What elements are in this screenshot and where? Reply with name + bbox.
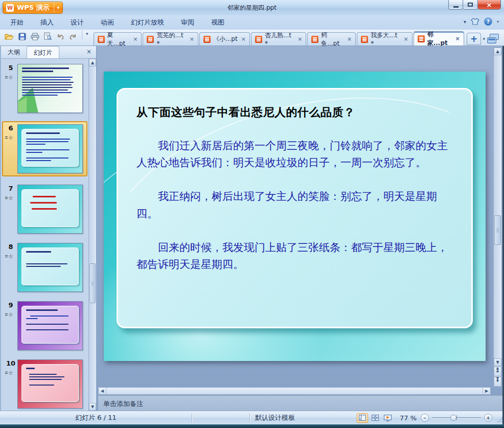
menu-animation[interactable]: 动画 — [101, 18, 114, 27]
slides-tab[interactable]: 幻灯片 — [27, 46, 59, 58]
design-template-name: 默认设计模板 — [250, 413, 295, 422]
help-caret-icon[interactable]: ▾ — [497, 19, 499, 24]
slide-paragraph-3[interactable]: 回来的时候，我发现门上贴了三张纸条：都写于星期三晚上，都告诉明天是星期四。 — [136, 239, 457, 273]
vertical-scrollbar[interactable]: ▲ ▼ ▲ ▲ ▼ ▼ — [493, 47, 502, 387]
collapse-ribbon-icon[interactable]: ▾ — [464, 19, 466, 25]
thumbnail-content-box — [21, 306, 79, 344]
thumbnail-content-box — [21, 364, 79, 402]
maximize-button[interactable] — [463, 0, 478, 10]
scroll-up-icon[interactable]: ▲ — [494, 48, 501, 55]
panel-scroll-thumb[interactable] — [89, 263, 96, 303]
tab-close-icon[interactable]: × — [403, 36, 408, 42]
thumbnail-image — [17, 301, 83, 350]
slide-thumbnail-6-selected[interactable]: 6 ☆ — [2, 121, 87, 176]
panel-scrollbar[interactable]: ▲ ▼ — [88, 59, 96, 411]
doc-tab-active[interactable]: 邻家...pt × — [414, 31, 464, 46]
menu-insert[interactable]: 插入 — [40, 18, 54, 27]
slide-number: 8 — [4, 243, 17, 251]
zoom-slider[interactable] — [432, 414, 481, 422]
help-icon[interactable]: ? — [484, 17, 492, 26]
menu-review[interactable]: 审阅 — [181, 18, 194, 27]
doc-tab-1[interactable]: 夏天...pt × — [94, 32, 142, 46]
scroll-down-icon[interactable]: ▼ — [494, 358, 501, 366]
zoom-in-button[interactable]: + — [484, 414, 492, 422]
menu-design[interactable]: 设计 — [71, 18, 84, 27]
slide-content-box[interactable]: 从下面这些句子中看出悉尼人的什么品质？ 我们迁入新居后的第一个周三夜晚，门铃就响… — [117, 88, 473, 328]
slide-thumbnail-7[interactable]: 7 ☆ — [3, 184, 87, 235]
doc-tab-label: 鳄鱼...pt — [321, 31, 343, 48]
next-slide-button[interactable]: ▼ ▼ — [494, 377, 501, 387]
ppt-file-icon — [203, 36, 211, 43]
menu-home[interactable]: 开始 — [10, 18, 24, 27]
zoom-slider-thumb[interactable] — [450, 415, 456, 421]
slide-thumbnail-10[interactable]: 10 ☆ — [3, 358, 87, 410]
slide-number-column: 8 ☆ — [4, 243, 17, 292]
redo-icon[interactable] — [68, 31, 78, 41]
toolbar-options-caret-icon[interactable]: ▾ — [86, 31, 90, 41]
scroll-right-icon[interactable]: ▶ — [483, 388, 490, 394]
save-icon[interactable] — [17, 31, 27, 41]
animation-star-icon: ☆ — [8, 134, 13, 141]
previous-slide-button[interactable]: ▲ ▲ — [494, 367, 501, 376]
tab-close-icon[interactable]: × — [189, 36, 194, 42]
thumbnail-image — [17, 359, 83, 409]
switch-windows-button[interactable] — [487, 33, 500, 43]
tab-list-caret-icon[interactable]: ▾ — [481, 36, 487, 46]
tab-close-icon[interactable]: × — [240, 36, 246, 42]
outline-tab[interactable]: 大纲 — [1, 46, 27, 58]
status-bar: 幻灯片 6 / 11 默认设计模板 77 % – + — [0, 411, 504, 424]
slide-paragraph-1[interactable]: 我们迁入新居后的第一个周三夜晚，门铃就响了，邻家的女主人热心地告诉我们：明天是收… — [136, 138, 457, 171]
print-icon[interactable] — [30, 31, 40, 41]
slide-sorter-button[interactable] — [370, 413, 381, 423]
doc-tab-6[interactable]: 我多大...t * × — [357, 32, 412, 46]
open-document-tabs: 夏天...pt × 荒芜的...t * × 《小...pt × 杏儿熟...t … — [94, 31, 487, 46]
close-button[interactable]: × — [478, 0, 501, 10]
menubar-right-tools: ▾ ? ▾ — [464, 17, 499, 26]
ppt-file-icon — [147, 36, 154, 43]
tab-close-icon[interactable]: × — [346, 36, 352, 42]
notes-panel[interactable]: 单击添加备注 — [98, 395, 504, 411]
menu-slideshow[interactable]: 幻灯片放映 — [131, 18, 164, 27]
zoom-out-button[interactable]: – — [421, 414, 429, 422]
tab-close-icon[interactable]: × — [454, 35, 460, 42]
horizontal-scrollbar[interactable]: ◀ ▶ — [98, 387, 491, 395]
panel-scroll-down-icon[interactable]: ▼ — [89, 403, 96, 411]
slides-panel: 大纲 幻灯片 × 5 ☆ — [0, 46, 97, 411]
minimize-button[interactable] — [448, 0, 463, 10]
menu-view[interactable]: 视图 — [211, 18, 224, 27]
tab-close-icon[interactable]: × — [296, 36, 302, 42]
undo-icon[interactable] — [55, 31, 65, 41]
slide-title[interactable]: 从下面这些句子中看出悉尼人的什么品质？ — [136, 105, 457, 120]
new-tab-button[interactable]: + — [467, 33, 482, 45]
minimize-icon — [453, 6, 459, 8]
doc-tab-4[interactable]: 杏儿熟...t * × — [251, 32, 306, 46]
print-preview-icon[interactable] — [42, 31, 53, 41]
slide-canvas[interactable]: 从下面这些句子中看出悉尼人的什么品质？ 我们迁入新居后的第一个周三夜晚，门铃就响… — [104, 72, 486, 361]
slide-paragraph-2[interactable]: 我正纳闷，树后出现了女主人的笑脸：别忘了，明天是星期四。 — [136, 188, 457, 222]
skin-tshirt-icon[interactable] — [471, 18, 479, 25]
panel-close-icon[interactable]: × — [82, 46, 96, 58]
normal-view-button[interactable] — [357, 413, 368, 423]
tab-close-icon[interactable]: × — [132, 36, 138, 42]
slide-thumbnail-9[interactable]: 9 ☆ — [3, 300, 87, 351]
view-mode-buttons — [357, 413, 394, 423]
thumbnail-text-lines — [22, 248, 78, 285]
slide-thumbnail-5[interactable]: 5 ☆ — [3, 63, 87, 114]
scroll-left-icon[interactable]: ◀ — [99, 388, 106, 394]
animation-star-icon: ☆ — [8, 311, 13, 318]
slide-number: 7 — [4, 185, 17, 192]
panel-scroll-up-icon[interactable]: ▲ — [89, 59, 96, 66]
doc-tab-5[interactable]: 鳄鱼...pt × — [307, 32, 356, 46]
ppt-file-icon — [311, 36, 318, 43]
scroll-thumb[interactable] — [494, 215, 501, 245]
doc-tab-2[interactable]: 荒芜的...t * × — [143, 32, 198, 46]
menu-bar: 开始 插入 设计 动画 幻灯片放映 审阅 视图 — [0, 15, 504, 30]
thumbnail-text-lines — [22, 190, 78, 227]
thumbnail-content-box — [21, 129, 79, 167]
doc-tab-label: 夏天...pt — [107, 31, 130, 48]
slideshow-button[interactable] — [382, 413, 394, 423]
doc-tab-3[interactable]: 《小...pt × — [199, 32, 250, 46]
open-file-icon[interactable] — [4, 31, 14, 41]
slide-thumbnail-8[interactable]: 8 ☆ — [3, 242, 87, 293]
doc-tab-label: 杏儿熟...t * — [265, 31, 294, 47]
